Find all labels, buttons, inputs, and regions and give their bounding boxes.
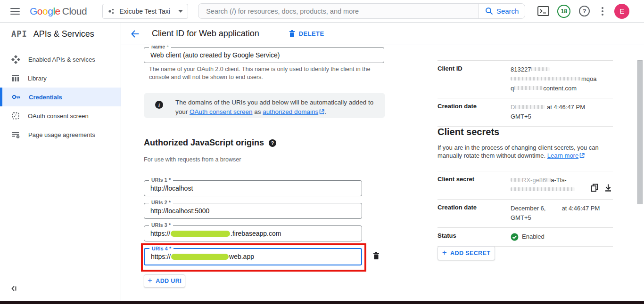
project-selector[interactable]: Exicube Test Taxi	[102, 4, 188, 19]
sidebar-item-page-usage-agreements[interactable]: Page usage agreements	[0, 125, 121, 144]
back-button[interactable]	[131, 30, 140, 38]
collapse-left-icon	[10, 285, 18, 292]
external-link-icon	[319, 109, 324, 114]
plus-icon: +	[148, 276, 152, 285]
uri-4-suffix: web.app	[229, 253, 254, 260]
origins-section-title: Authorized JavaScript origins ?	[144, 138, 276, 148]
sidebar-item-label: Credentials	[29, 94, 62, 101]
creation-time: at 4:46:47 PM	[547, 104, 585, 111]
client-id-frag: mqoa	[581, 75, 597, 82]
add-secret-label: ADD SECRET	[450, 250, 490, 257]
info-icon: i	[155, 101, 163, 109]
learn-more-link[interactable]: Learn more	[547, 152, 578, 159]
origins-title-text: Authorized JavaScript origins	[144, 138, 264, 148]
product-title: APIs & Services	[33, 29, 94, 39]
download-secret-button[interactable]	[604, 184, 612, 192]
client-id-value: 813227 mqoa qcontent.com	[511, 65, 613, 93]
uri-3-label: URIs 3 *	[149, 222, 173, 228]
client-secrets-title: Client secrets	[438, 127, 499, 137]
help-button[interactable]: ?	[579, 6, 590, 16]
uri-1-label: URIs 1 *	[149, 177, 173, 183]
consent-screen-icon	[11, 112, 20, 120]
creation-date-label: Creation date	[438, 103, 511, 121]
sidebar-item-oauth-consent[interactable]: OAuth consent screen	[0, 106, 121, 125]
sidebar-item-label: Page usage agreements	[28, 131, 95, 138]
secret-creation-date-row: Creation date December 6,at 4:46:47 PM G…	[438, 200, 613, 228]
name-field[interactable]: Name * Web client (auto created by Googl…	[144, 47, 384, 63]
uri-2-label: URIs 2 *	[149, 200, 173, 205]
client-secret-table: Client secret RX-ge86a-Tls-	[438, 171, 613, 247]
check-circle-icon	[511, 233, 519, 241]
creation-frag: D	[511, 104, 515, 111]
uri-1-field[interactable]: URIs 1 * http://localhost	[144, 180, 362, 196]
google-cloud-logo[interactable]: GoogleCloud	[30, 6, 87, 17]
logo-cloud-word: Cloud	[62, 6, 87, 16]
uri-4-label: URIs 4 *	[149, 246, 173, 251]
redaction-smudge	[531, 67, 550, 71]
secret-frag: RX-ge86	[522, 177, 546, 184]
search-button[interactable]: Search	[479, 4, 525, 18]
delete-button[interactable]: DELETE	[289, 30, 324, 38]
add-uri-label: ADD URI	[156, 278, 182, 284]
sidebar-item-label: OAuth consent screen	[28, 112, 89, 120]
name-field-value: Web client (auto created by Google Servi…	[144, 48, 384, 63]
trash-icon	[372, 251, 380, 260]
secret-creation-timezone: GMT+5	[511, 214, 531, 221]
external-link-icon	[579, 153, 585, 158]
library-icon	[11, 74, 20, 82]
terminal-icon	[537, 6, 549, 16]
redaction-smudge	[514, 86, 543, 90]
more-options-icon[interactable]	[602, 7, 603, 16]
logo-google-word: Google	[30, 6, 60, 16]
client-secret-row: Client secret RX-ge86a-Tls-	[438, 171, 613, 200]
product-header: API APIs & Services	[0, 23, 121, 45]
uri-3-value: https://.firebaseapp.com	[144, 226, 362, 241]
free-trial-days-badge[interactable]: 18	[557, 5, 570, 18]
add-secret-button[interactable]: + ADD SECRET	[438, 246, 495, 260]
download-icon	[604, 184, 612, 192]
authorized-domains-link[interactable]: authorized domains	[263, 108, 318, 115]
secret-creation-date: December 6,	[511, 205, 545, 212]
oauth-consent-screen-link[interactable]: OAuth consent screen	[190, 108, 253, 115]
domains-info-text: The domains of the URIs you add below wi…	[175, 98, 378, 117]
copy-secret-button[interactable]	[591, 184, 598, 192]
redaction-smudge	[511, 178, 522, 182]
account-avatar[interactable]: E	[614, 4, 629, 19]
key-icon	[11, 92, 21, 102]
cloud-shell-button[interactable]	[537, 6, 549, 16]
project-name: Exicube Test Taxi	[119, 8, 178, 15]
vertical-scrollbar-thumb[interactable]	[637, 60, 643, 204]
uri-4-value: https://web.app	[145, 249, 361, 265]
collapse-sidebar-button[interactable]	[10, 285, 18, 294]
creation-date-row: Creation date D at 4:46:47 PM GMT+5	[438, 98, 613, 127]
uri-2-value: http://localhost:5000	[144, 203, 362, 218]
sidebar-item-credentials[interactable]: Credentials	[0, 88, 121, 106]
client-id-frag: content.com	[543, 85, 577, 92]
menu-icon[interactable]	[10, 8, 20, 15]
redaction-highlight	[171, 231, 230, 237]
uri-3-suffix: .firebaseapp.com	[231, 230, 281, 237]
remove-uri-button[interactable]	[372, 251, 380, 261]
status-value: Enabled	[511, 232, 613, 241]
secret-creation-time: at 4:46:47 PM	[561, 205, 600, 212]
client-id-table: Client ID 813227 mqoa qcontent.com Creat…	[438, 60, 613, 127]
sidebar-item-label: Enabled APIs & services	[28, 56, 95, 63]
delete-label: DELETE	[299, 30, 324, 37]
uri-2-field[interactable]: URIs 2 * http://localhost:5000	[144, 203, 362, 219]
name-helper-text: The name of your OAuth 2.0 client. This …	[149, 65, 372, 81]
sidebar-item-library[interactable]: Library	[0, 69, 121, 88]
trash-icon	[289, 30, 296, 38]
client-id-frag: 813227	[511, 66, 531, 73]
uri-3-field[interactable]: URIs 3 * https://.firebaseapp.com	[144, 225, 362, 241]
project-icon	[107, 8, 115, 15]
uri-4-field[interactable]: URIs 4 * https://web.app	[144, 248, 362, 265]
page-header: Client ID for Web application DELETE	[121, 23, 644, 45]
secret-creation-date-label: Creation date	[438, 204, 511, 223]
redaction-smudge	[511, 77, 581, 80]
add-uri-button[interactable]: + ADD URI	[144, 274, 185, 288]
sidebar-item-enabled-apis[interactable]: Enabled APIs & services	[0, 50, 121, 69]
status-label: Status	[438, 232, 511, 241]
search-input[interactable]	[198, 4, 479, 18]
origins-help-icon[interactable]: ?	[269, 139, 276, 147]
domains-info-note: i The domains of the URIs you add below …	[144, 93, 385, 118]
